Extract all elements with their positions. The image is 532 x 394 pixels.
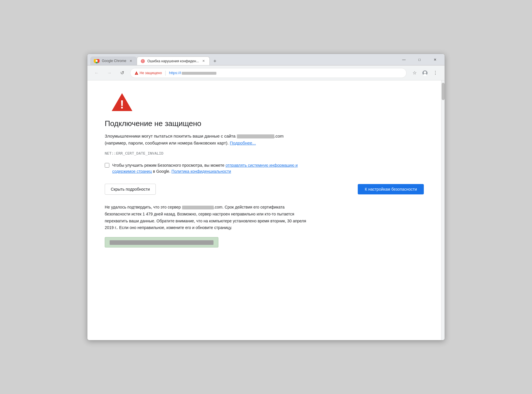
warning-icon-container: ! (105, 92, 424, 112)
minimize-button[interactable]: — (397, 54, 411, 65)
error-code: NET::ERR_CERT_DATE_INVALID (105, 151, 424, 155)
redacted-server (182, 206, 214, 209)
tab-close-button[interactable]: ✕ (129, 59, 133, 63)
description-text-1: Злоумышленники могут пытаться похитить в… (105, 134, 237, 138)
page-description: Злоумышленники могут пытаться похитить в… (105, 133, 307, 147)
tab-error-page[interactable]: ! Ошибка нарушения конфиден... ✕ (137, 57, 210, 65)
menu-button[interactable]: ⋮ (431, 68, 440, 78)
not-secure-indicator: ! Не защищено (134, 71, 162, 75)
browser-window: Google Chrome ✕ ! Ошибка нарушения конфи… (87, 54, 445, 340)
details-link[interactable]: Подробнее... (230, 140, 256, 145)
description-text-2: (например, пароли, сообщения или номера … (105, 140, 230, 145)
chrome-logo-icon (94, 58, 100, 64)
svg-point-1 (96, 60, 98, 62)
back-button[interactable]: ← (92, 68, 101, 78)
svg-text:!: ! (142, 60, 143, 63)
tab-error-label: Ошибка нарушения конфиден... (147, 59, 199, 63)
redacted-domain (237, 134, 274, 138)
security-error-icon: ! (141, 59, 145, 63)
new-tab-button[interactable]: + (211, 57, 219, 65)
address-separator: | (165, 70, 166, 76)
safe-browsing-checkbox[interactable] (105, 163, 109, 168)
buttons-row: Скрыть подробности К настройкам безопасн… (105, 184, 424, 195)
title-bar: Google Chrome ✕ ! Ошибка нарушения конфи… (87, 54, 445, 65)
reload-button[interactable]: ↺ (117, 68, 127, 78)
svg-text:!: ! (136, 72, 137, 75)
toolbar-icons: ☆ ⋮ (410, 68, 440, 78)
window-controls: — □ ✕ (397, 54, 442, 65)
url-display: https://i (169, 71, 402, 75)
profile-icon (422, 70, 428, 76)
address-input-container[interactable]: ! Не защищено | https://i (130, 68, 407, 78)
close-button[interactable]: ✕ (428, 54, 442, 65)
address-bar: ← → ↺ ! Не защищено | https://i ☆ (87, 65, 445, 80)
safe-browsing-checkbox-row: Чтобы улучшить режим Безопасного просмот… (105, 162, 301, 175)
tab-error-close-button[interactable]: ✕ (201, 59, 206, 63)
hide-details-button[interactable]: Скрыть подробности (105, 184, 156, 195)
forward-button[interactable]: → (105, 68, 114, 78)
tab-google-chrome[interactable]: Google Chrome ✕ (90, 57, 137, 65)
warning-icon-small: ! (134, 71, 138, 75)
proceed-link-container[interactable] (105, 237, 218, 247)
tabs-area: Google Chrome ✕ ! Ошибка нарушения конфи… (90, 54, 394, 65)
profile-button[interactable] (420, 68, 430, 78)
bookmark-button[interactable]: ☆ (410, 68, 419, 78)
warning-triangle-icon: ! (110, 92, 134, 112)
proceed-link-redacted (110, 240, 213, 245)
scrollbar-thumb[interactable] (442, 83, 445, 100)
svg-text:!: ! (120, 98, 124, 111)
scrollbar-track[interactable] (441, 80, 445, 340)
svg-point-7 (424, 71, 426, 74)
tab-label: Google Chrome (102, 59, 126, 63)
detail-text: Не удалось подтвердить, что это сервер .… (105, 204, 307, 231)
url-redacted (182, 72, 216, 75)
privacy-policy-link[interactable]: Политика конфиденциальности (171, 169, 231, 174)
page-title: Подключение не защищено (105, 119, 424, 128)
safe-browsing-label: Чтобы улучшить режим Безопасного просмот… (112, 162, 301, 175)
security-settings-button[interactable]: К настройкам безопасности (358, 184, 424, 194)
maximize-button[interactable]: □ (413, 54, 426, 65)
description-domain: .com (274, 134, 284, 138)
page-content: ! Подключение не защищено Злоумышленники… (87, 80, 441, 340)
